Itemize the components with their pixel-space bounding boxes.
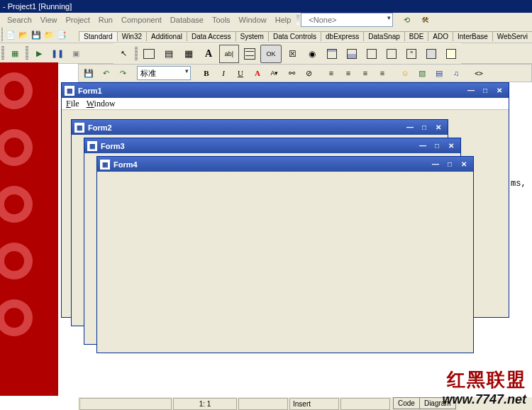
radiobutton-icon[interactable]: ◉ [303,45,321,63]
minimize-button[interactable]: — [429,159,442,170]
cursor-position: 1: 1 [173,398,237,410]
highlight-icon[interactable]: A▾ [267,65,282,81]
open-icon[interactable]: 📂 [18,26,29,43]
align-left-icon[interactable]: ≡ [323,65,339,81]
close-button[interactable]: ✕ [432,122,445,133]
bold-icon[interactable]: B [199,65,214,81]
pause-icon[interactable]: ❚❚ [49,45,66,62]
tab-standard[interactable]: Standard [79,31,118,41]
tab-data-access[interactable]: Data Access [187,31,236,41]
tab-win32[interactable]: Win32 [117,31,147,41]
svg-point-9 [4,308,24,328]
listbox-icon[interactable] [323,45,341,63]
link-icon[interactable]: ⚯ [284,65,299,81]
tools-icon[interactable]: 🛠 [416,11,433,28]
align-right-icon[interactable]: ≡ [358,65,373,81]
add-file-icon[interactable]: 📑 [56,26,67,43]
image-icon[interactable]: ▧ [414,65,430,81]
form1-menu: File Window [62,98,509,110]
tab-bde[interactable]: BDE [404,31,429,41]
close-button[interactable]: ✕ [445,140,458,151]
mainmenu-icon[interactable]: ▤ [160,45,178,63]
align-justify-icon[interactable]: ≡ [375,65,390,81]
toolbar-tabs-row: 📄 📂 💾 📁 📑 Standard Win32 Additional Data… [0,27,532,43]
tab-datasnap[interactable]: DataSnap [363,31,404,41]
minimize-button[interactable]: — [465,85,477,96]
form4-window[interactable]: ▦ Form4 — □ ✕ [96,156,474,353]
scrollbar-icon[interactable] [362,45,381,63]
italic-icon[interactable]: I [216,65,231,81]
unlink-icon[interactable]: ⊘ [301,65,316,81]
radiogroup-icon[interactable]: ≡ [402,45,421,63]
panel-icon[interactable] [422,45,440,63]
align-center-icon[interactable]: ≡ [340,65,356,81]
watermark-cn: 红黑联盟 [443,367,526,392]
menu-project[interactable]: Project [62,16,94,24]
form4-titlebar[interactable]: ▦ Form4 — □ ✕ [97,157,473,172]
tab-dbexpress[interactable]: dbExpress [321,31,364,41]
combobox-icon[interactable] [343,45,361,63]
label-icon[interactable]: A [199,45,218,63]
tab-ado[interactable]: ADO [428,31,453,41]
form-icon: ▦ [74,123,84,133]
minimize-button[interactable]: — [404,122,416,133]
toolbar-palette-row: ▦ ▶ ❚❚ ▣ ↖ ▤ ▦ A ab| OK ☒ ◉ ≡ [0,43,532,64]
frames-icon[interactable] [140,45,158,63]
close-button[interactable]: ✕ [458,159,470,170]
tab-code-view[interactable]: Code [393,397,419,409]
maximize-button[interactable]: □ [479,85,492,96]
menu-search[interactable]: Search [3,16,36,24]
open-project-icon[interactable]: 📁 [43,26,55,43]
popupmenu-icon[interactable]: ▦ [179,45,198,63]
menu-view[interactable]: View [36,16,62,24]
underline-icon[interactable]: U [233,65,248,81]
save-icon[interactable]: 💾 [31,26,42,43]
run-icon[interactable]: ▶ [31,45,48,62]
actionlist-icon[interactable] [442,45,460,63]
menu-window[interactable]: Window [235,16,271,24]
groupbox-icon[interactable] [382,45,401,63]
tab-webservices[interactable]: WebServi [492,31,532,41]
tab-additional[interactable]: Additional [146,31,187,41]
close-button[interactable]: ✕ [493,85,506,96]
code-icon[interactable]: <> [471,65,487,81]
tab-interbase[interactable]: InterBase [453,31,493,41]
maximize-button[interactable]: □ [443,159,456,170]
maximize-button[interactable]: □ [418,122,431,133]
form3-titlebar[interactable]: ▦ Form3 — □ ✕ [84,138,460,153]
tab-system[interactable]: System [235,31,269,41]
form-icon: ▦ [87,141,97,151]
tab-data-controls[interactable]: Data Controls [268,31,321,41]
memo-icon[interactable] [240,45,259,63]
redo-icon[interactable]: ↷ [115,65,131,81]
form1-menu-file[interactable]: File [66,99,79,109]
project-combo[interactable]: <None> [301,13,393,27]
save-btn-icon[interactable]: 💾 [81,65,96,81]
checkbox-icon[interactable]: ☒ [283,45,301,63]
form1-titlebar[interactable]: ▦ Form1 — □ ✕ [62,83,509,98]
form1-menu-window[interactable]: Window [87,99,116,109]
menu-database[interactable]: Database [166,16,208,24]
music-icon[interactable]: ♫ [448,65,464,81]
menu-component[interactable]: Component [117,16,166,24]
pointer-icon[interactable]: ↖ [114,45,133,63]
edit-icon[interactable]: ab| [219,45,239,63]
style-combo[interactable]: 标准 [137,66,191,80]
stop-icon[interactable]: ▣ [67,45,84,62]
button-icon[interactable]: OK [260,45,282,63]
maximize-button[interactable]: □ [431,140,443,151]
font-color-icon[interactable]: A [250,65,265,81]
component-palette: ↖ ▤ ▦ A ab| OK ☒ ◉ ≡ [113,43,461,64]
menu-help[interactable]: Help [271,16,296,24]
undo-icon[interactable]: ↶ [98,65,113,81]
menu-run[interactable]: Run [94,16,117,24]
media-icon[interactable]: ▤ [431,65,447,81]
minimize-button[interactable]: — [416,140,429,151]
new-icon[interactable]: 📄 [5,26,16,43]
editor-text-fragment: ms, [511,179,526,189]
view-unit-icon[interactable]: ▦ [6,45,23,62]
sync-icon[interactable]: ⟲ [398,11,415,28]
form2-titlebar[interactable]: ▦ Form2 — □ ✕ [72,120,448,135]
menu-tools[interactable]: Tools [208,16,235,24]
emoji-icon[interactable]: ☺ [397,65,413,81]
